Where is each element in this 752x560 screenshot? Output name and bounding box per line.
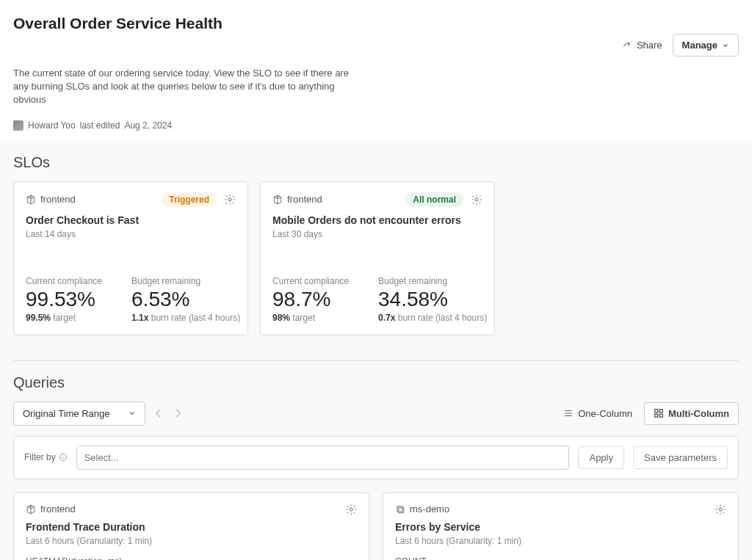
budget-value: 34.58%: [378, 288, 487, 311]
query-title: Errors by Service: [395, 521, 726, 533]
info-icon[interactable]: [59, 453, 68, 462]
svg-rect-5: [659, 414, 662, 417]
compliance-value: 99.53%: [26, 288, 102, 311]
query-dataset: frontend: [40, 503, 76, 514]
edited-prefix: last edited: [80, 120, 120, 131]
manage-label: Manage: [682, 40, 717, 51]
slo-title: Mobile Orders do not encounter errors: [272, 214, 482, 226]
slo-period: Last 14 days: [26, 229, 236, 239]
next-arrow-icon[interactable]: [172, 407, 184, 419]
cube-icon: [26, 194, 36, 205]
author-meta: Howard Yoo last edited Aug 2, 2024: [13, 120, 739, 131]
status-badge: Triggered: [162, 192, 217, 207]
queries-heading: Queries: [13, 374, 739, 391]
slo-period: Last 30 days: [272, 229, 482, 239]
slos-section: SLOs frontend Triggered Order Checkout i…: [0, 141, 752, 374]
one-column-toggle[interactable]: One-Column: [563, 408, 632, 419]
share-button[interactable]: Share: [622, 40, 662, 51]
page-header: Overall Order Service Health Share Manag…: [0, 0, 752, 141]
save-parameters-button[interactable]: Save parameters: [633, 446, 728, 469]
query-card[interactable]: ms-demo Errors by Service Last 6 hours (…: [383, 492, 739, 560]
apply-button[interactable]: Apply: [578, 446, 624, 469]
gear-icon[interactable]: [345, 503, 357, 515]
gear-icon[interactable]: [471, 194, 482, 206]
compliance-target: 98% target: [272, 313, 349, 323]
svg-rect-4: [655, 414, 658, 417]
queries-section: Queries Original Time Range One-Column: [0, 374, 752, 560]
budget-value: 6.53%: [131, 288, 240, 311]
slo-dataset: frontend: [287, 194, 322, 205]
gear-icon[interactable]: [224, 194, 236, 206]
query-metric: HEATMAP(duration_ms): [26, 556, 357, 560]
chevron-down-icon: [129, 410, 136, 417]
slo-card[interactable]: frontend Triggered Order Checkout is Fas…: [13, 181, 248, 335]
time-range-label: Original Time Range: [23, 408, 110, 419]
svg-point-0: [228, 198, 231, 201]
burn-rate: 1.1x burn rate (last 4 hours): [131, 313, 240, 323]
svg-point-7: [350, 508, 352, 511]
grid-icon: [654, 408, 664, 418]
query-title: Frontend Trace Duration: [26, 521, 357, 533]
filter-input[interactable]: [76, 446, 570, 470]
author-name: Howard Yoo: [28, 120, 76, 131]
compliance-value: 98.7%: [272, 288, 349, 311]
layers-icon: [395, 504, 405, 514]
query-card[interactable]: frontend Frontend Trace Duration Last 6 …: [13, 492, 369, 560]
query-period: Last 6 hours (Granularity: 1 min): [26, 536, 357, 546]
query-period: Last 6 hours (Granularity: 1 min): [395, 536, 726, 546]
query-metric: COUNT: [395, 556, 726, 560]
svg-rect-2: [655, 410, 658, 412]
query-dataset: ms-demo: [410, 503, 449, 514]
svg-point-1: [475, 198, 478, 201]
page-description: The current state of our ordering servic…: [13, 67, 366, 107]
multi-column-toggle[interactable]: Multi-Column: [644, 402, 739, 425]
burn-rate: 0.7x burn rate (last 4 hours): [378, 313, 487, 323]
slo-title: Order Checkout is Fast: [26, 214, 236, 226]
slo-dataset: frontend: [40, 194, 76, 205]
compliance-label: Current compliance: [272, 276, 349, 286]
filter-label: Filter by: [24, 452, 68, 462]
status-badge: All normal: [405, 192, 463, 207]
page-title: Overall Order Service Health: [13, 15, 223, 32]
svg-point-10: [719, 508, 722, 511]
gear-icon[interactable]: [715, 503, 726, 515]
multi-column-label: Multi-Column: [668, 408, 729, 419]
avatar: [13, 120, 24, 131]
time-range-dropdown[interactable]: Original Time Range: [13, 401, 145, 426]
one-column-label: One-Column: [578, 408, 632, 419]
share-label: Share: [637, 40, 662, 51]
cube-icon: [26, 504, 36, 514]
svg-rect-3: [659, 410, 662, 412]
compliance-target: 99.5% target: [26, 313, 102, 323]
svg-rect-9: [399, 507, 404, 512]
chevron-down-icon: [722, 42, 729, 49]
slo-card[interactable]: frontend All normal Mobile Orders do not…: [260, 181, 495, 335]
budget-label: Budget remaining: [131, 276, 240, 286]
share-icon: [622, 40, 632, 51]
slos-heading: SLOs: [13, 154, 739, 171]
compliance-label: Current compliance: [26, 276, 102, 286]
budget-label: Budget remaining: [378, 276, 487, 286]
svg-rect-8: [397, 506, 402, 511]
manage-button[interactable]: Manage: [673, 34, 739, 57]
prev-arrow-icon[interactable]: [153, 407, 164, 419]
filter-bar: Filter by Apply Save parameters: [13, 436, 739, 479]
cube-icon: [272, 194, 283, 205]
edited-date: Aug 2, 2024: [124, 120, 172, 131]
list-icon: [563, 408, 574, 418]
